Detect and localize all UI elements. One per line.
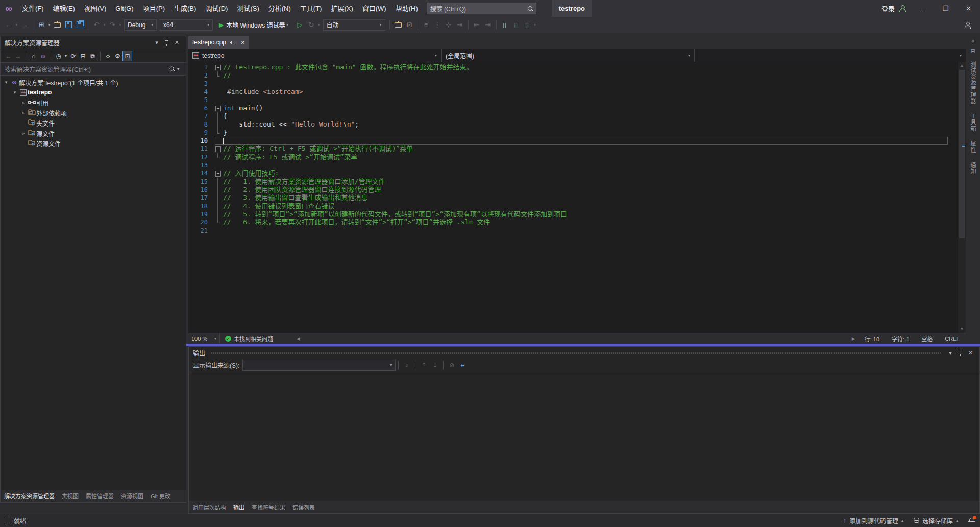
fold-marker-icon[interactable]	[215, 145, 223, 153]
caret-line-indicator[interactable]: 行: 10	[859, 335, 886, 343]
send-feedback-icon[interactable]	[963, 19, 973, 31]
auto-hide-tab-属性[interactable]: 属性	[969, 136, 977, 158]
tab-调用层次结构[interactable]: 调用层次结构	[189, 501, 230, 513]
search-options-caret-icon[interactable]: ▾	[175, 67, 182, 71]
notifications-bell-icon[interactable]	[968, 517, 975, 524]
collapse-arrow-icon[interactable]: ▾	[3, 80, 10, 85]
dropdown-caret-icon[interactable]: ▾	[14, 22, 19, 27]
tree-item-解决方案"testrepo"(1 个项目/共 1 个)[interactable]: ▾∞解决方案"testrepo"(1 个项目/共 1 个)	[1, 77, 186, 87]
restore-button[interactable]: ❐	[934, 0, 957, 17]
expand-arrow-icon[interactable]: ▹	[20, 110, 27, 115]
menu-调试(D)[interactable]: 调试(D)	[201, 0, 232, 17]
sign-in-button[interactable]: 登录	[878, 4, 898, 13]
tab-资源视图[interactable]: 资源视图	[117, 490, 147, 500]
pin-icon[interactable]	[164, 40, 169, 46]
solution-explorer-search[interactable]: 搜索解决方案资源管理器(Ctrl+;) ▾	[1, 63, 186, 76]
preview-selected-icon[interactable]: ⊡	[122, 51, 132, 61]
solution-platforms-dropdown[interactable]: x64▾	[160, 19, 213, 31]
dropdown-caret-icon[interactable]: ▾	[102, 22, 107, 27]
home-icon[interactable]: ⌂	[29, 51, 38, 61]
refresh-icon[interactable]: ⟳	[68, 51, 78, 61]
dropdown-caret-icon[interactable]: ▾	[47, 22, 52, 27]
menu-测试(S)[interactable]: 测试(S)	[232, 0, 263, 17]
minimize-button[interactable]: —	[911, 0, 934, 17]
scope-dropdown[interactable]: (全局范围) ▾	[442, 49, 695, 62]
show-all-files-icon[interactable]: ⧉	[88, 51, 97, 61]
tree-item-头文件[interactable]: 头文件	[1, 118, 186, 128]
menu-Git(G)[interactable]: Git(G)	[111, 0, 138, 17]
word-wrap-icon[interactable]: ↵	[457, 360, 469, 371]
menu-扩展(X)[interactable]: 扩展(X)	[326, 0, 357, 17]
output-source-dropdown[interactable]: ▾	[242, 360, 396, 371]
properties-icon[interactable]: ⚙	[113, 51, 122, 61]
view-code-icon[interactable]: ‹›	[103, 51, 113, 61]
add-to-source-control-button[interactable]: ↑ 添加到源代码管理 ▴	[838, 514, 909, 527]
tree-item-testrepo[interactable]: ▾++testrepo	[1, 87, 186, 97]
auto-hide-tab-通知[interactable]: 通知	[969, 158, 977, 179]
start-without-debugging-icon[interactable]: ▷	[295, 19, 305, 31]
fold-marker-icon[interactable]	[215, 104, 223, 112]
menu-生成(B)[interactable]: 生成(B)	[169, 0, 201, 17]
tree-item-源文件[interactable]: ▹源文件	[1, 128, 186, 138]
filter-caret[interactable]: ▾	[63, 51, 68, 61]
menu-分析(N)[interactable]: 分析(N)	[264, 0, 296, 17]
tab-Git 更改[interactable]: Git 更改	[147, 490, 174, 500]
line-ending-indicator[interactable]: CRLF	[939, 336, 966, 342]
collapse-all-icon[interactable]: ⊟	[78, 51, 88, 61]
menu-文件(F)[interactable]: 文件(F)	[17, 0, 48, 17]
add-item-folder-icon[interactable]	[393, 19, 403, 31]
save-all-icon[interactable]	[75, 19, 85, 31]
dropdown-caret-icon[interactable]: ▾	[317, 22, 322, 27]
document-health-ok-icon[interactable]: ✓	[225, 336, 231, 342]
zoom-dropdown[interactable]: 100 % ▾	[188, 333, 220, 344]
close-button[interactable]: ✕	[957, 0, 980, 17]
solution-configurations-dropdown[interactable]: Debug▾	[124, 19, 157, 31]
background-tasks-icon[interactable]	[5, 518, 10, 523]
account-icon[interactable]	[899, 5, 906, 12]
expand-arrow-icon[interactable]: ▹	[20, 100, 27, 105]
dropdown-caret-icon[interactable]: ▾	[118, 22, 122, 27]
save-icon[interactable]	[63, 19, 74, 31]
collapse-arrow-icon[interactable]: ▾	[11, 90, 18, 95]
scrollbar-thumb[interactable]	[959, 70, 965, 238]
output-content[interactable]	[189, 372, 979, 490]
member-dropdown[interactable]: ▾	[695, 49, 966, 62]
fold-marker-icon[interactable]	[215, 63, 223, 71]
quick-search-box[interactable]: 搜索 (Ctrl+Q)	[427, 3, 536, 14]
open-file-icon[interactable]	[52, 19, 62, 31]
caret-column-indicator[interactable]: 字符: 1	[886, 335, 915, 343]
menu-帮助(H)[interactable]: 帮助(H)	[391, 0, 423, 17]
new-project-icon[interactable]: ⊞	[36, 19, 46, 31]
spaces-indicator[interactable]: 空格	[915, 335, 939, 343]
panel-options-caret-icon[interactable]: ▾	[153, 39, 161, 46]
close-panel-icon[interactable]: ✕	[966, 349, 975, 356]
tree-item-资源文件[interactable]: 资源文件	[1, 138, 186, 148]
strip-chevron-icon[interactable]: «	[971, 38, 974, 44]
tab-类视图[interactable]: 类视图	[58, 490, 82, 500]
switch-views-icon[interactable]: ∞	[38, 51, 48, 61]
dropdown-caret-icon[interactable]: ▾	[533, 22, 537, 27]
tab-属性管理器[interactable]: 属性管理器	[82, 490, 117, 500]
window-layout-icon[interactable]: ⊡	[404, 19, 414, 31]
auto-hide-tab-测试资源管理器[interactable]: 测试资源管理器	[969, 57, 977, 109]
fold-marker-icon[interactable]	[215, 169, 223, 178]
panel-options-caret-icon[interactable]: ▾	[946, 349, 954, 356]
scroll-down-icon[interactable]: ▼	[958, 325, 966, 333]
menu-项目(P)[interactable]: 项目(P)	[138, 0, 169, 17]
scroll-up-icon[interactable]: ▲	[958, 62, 966, 69]
tree-item-外部依赖项[interactable]: ▹外部依赖项	[1, 108, 186, 118]
tab-输出[interactable]: 输出	[230, 501, 248, 513]
select-repository-button[interactable]: 选择存储库 ▴	[909, 514, 963, 527]
strip-window-icon[interactable]: ⊟	[970, 48, 975, 55]
pin-icon[interactable]	[958, 349, 963, 356]
code-editor[interactable]: 1// testrepo.cpp : 此文件包含 "main" 函数。程序执行将…	[188, 62, 948, 333]
scroll-left-icon[interactable]: ◀	[293, 336, 303, 341]
tab-错误列表[interactable]: 错误列表	[289, 501, 318, 513]
editor-vertical-scrollbar[interactable]: ▲ ▼	[958, 62, 966, 333]
tab-解决方案资源管理器[interactable]: 解决方案资源管理器	[1, 490, 58, 500]
document-tab[interactable]: testrepo.cpp ✕	[188, 36, 249, 49]
tree-item-引用[interactable]: ▹引用	[1, 97, 186, 108]
menu-编辑(E)[interactable]: 编辑(E)	[48, 0, 80, 17]
auto-hide-tab-工具箱[interactable]: 工具箱	[969, 109, 977, 136]
panel-drag-grip[interactable]	[210, 352, 941, 354]
